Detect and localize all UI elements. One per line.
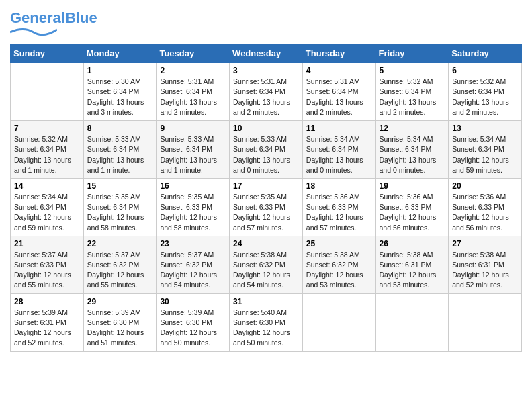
day-number: 12 (380, 124, 445, 133)
day-info: Sunrise: 5:40 AM Sunset: 6:30 PM Dayligh… (233, 308, 299, 349)
day-number: 18 (306, 181, 372, 191)
calendar-cell: 14Sunrise: 5:34 AM Sunset: 6:34 PM Dayli… (11, 178, 84, 236)
weekday-header-saturday: Saturday (449, 44, 522, 63)
day-info: Sunrise: 5:34 AM Sunset: 6:34 PM Dayligh… (306, 134, 372, 175)
day-info: Sunrise: 5:38 AM Sunset: 6:32 PM Dayligh… (306, 250, 372, 291)
day-info: Sunrise: 5:36 AM Sunset: 6:33 PM Dayligh… (452, 192, 518, 233)
calendar-cell: 8Sunrise: 5:33 AM Sunset: 6:34 PM Daylig… (83, 121, 157, 179)
calendar-header: SundayMondayTuesdayWednesdayThursdayFrid… (11, 44, 522, 63)
day-info: Sunrise: 5:35 AM Sunset: 6:33 PM Dayligh… (160, 192, 226, 233)
day-number: 19 (380, 181, 445, 191)
calendar-cell: 19Sunrise: 5:36 AM Sunset: 6:33 PM Dayli… (375, 178, 449, 236)
calendar-cell: 6Sunrise: 5:32 AM Sunset: 6:34 PM Daylig… (449, 63, 522, 121)
calendar-cell: 4Sunrise: 5:31 AM Sunset: 6:34 PM Daylig… (302, 63, 375, 121)
calendar-cell: 25Sunrise: 5:38 AM Sunset: 6:32 PM Dayli… (302, 236, 375, 293)
day-number: 6 (452, 66, 518, 75)
day-info: Sunrise: 5:33 AM Sunset: 6:34 PM Dayligh… (160, 134, 226, 175)
day-info: Sunrise: 5:33 AM Sunset: 6:34 PM Dayligh… (233, 134, 299, 175)
logo: GeneralBlue (10, 10, 97, 38)
calendar-week-1: 1Sunrise: 5:30 AM Sunset: 6:34 PM Daylig… (11, 63, 522, 121)
day-info: Sunrise: 5:34 AM Sunset: 6:34 PM Dayligh… (14, 192, 80, 233)
calendar-cell: 16Sunrise: 5:35 AM Sunset: 6:33 PM Dayli… (157, 178, 230, 236)
day-number: 10 (233, 124, 299, 133)
day-number: 8 (87, 124, 153, 133)
calendar-week-2: 7Sunrise: 5:32 AM Sunset: 6:34 PM Daylig… (11, 121, 522, 179)
weekday-header-wednesday: Wednesday (230, 44, 303, 63)
day-info: Sunrise: 5:31 AM Sunset: 6:34 PM Dayligh… (306, 77, 372, 118)
day-info: Sunrise: 5:32 AM Sunset: 6:34 PM Dayligh… (452, 77, 518, 118)
day-info: Sunrise: 5:36 AM Sunset: 6:33 PM Dayligh… (380, 192, 445, 233)
weekday-header-tuesday: Tuesday (157, 44, 230, 63)
day-info: Sunrise: 5:38 AM Sunset: 6:31 PM Dayligh… (380, 250, 445, 291)
day-info: Sunrise: 5:39 AM Sunset: 6:30 PM Dayligh… (160, 308, 226, 349)
day-number: 3 (233, 66, 299, 75)
calendar-cell: 28Sunrise: 5:39 AM Sunset: 6:31 PM Dayli… (11, 293, 84, 351)
calendar-cell: 3Sunrise: 5:31 AM Sunset: 6:34 PM Daylig… (230, 63, 303, 121)
calendar-cell: 18Sunrise: 5:36 AM Sunset: 6:33 PM Dayli… (302, 178, 375, 236)
day-number: 28 (14, 297, 80, 306)
logo-text: GeneralBlue (10, 10, 97, 26)
day-info: Sunrise: 5:39 AM Sunset: 6:30 PM Dayligh… (87, 308, 153, 349)
day-info: Sunrise: 5:36 AM Sunset: 6:33 PM Dayligh… (306, 192, 372, 233)
calendar-cell: 12Sunrise: 5:34 AM Sunset: 6:34 PM Dayli… (375, 121, 449, 179)
day-info: Sunrise: 5:30 AM Sunset: 6:34 PM Dayligh… (87, 77, 153, 118)
day-number: 27 (452, 239, 518, 248)
logo-general: General (10, 9, 65, 26)
calendar-cell (375, 293, 449, 351)
day-info: Sunrise: 5:39 AM Sunset: 6:31 PM Dayligh… (14, 308, 80, 349)
header: GeneralBlue (10, 10, 522, 38)
calendar-cell: 27Sunrise: 5:38 AM Sunset: 6:31 PM Dayli… (449, 236, 522, 293)
calendar-week-5: 28Sunrise: 5:39 AM Sunset: 6:31 PM Dayli… (11, 293, 522, 351)
day-info: Sunrise: 5:37 AM Sunset: 6:33 PM Dayligh… (14, 250, 80, 291)
day-number: 30 (160, 297, 226, 306)
calendar-cell (449, 293, 522, 351)
day-number: 23 (160, 239, 226, 248)
day-info: Sunrise: 5:38 AM Sunset: 6:32 PM Dayligh… (233, 250, 299, 291)
weekday-header-thursday: Thursday (302, 44, 375, 63)
calendar-body: 1Sunrise: 5:30 AM Sunset: 6:34 PM Daylig… (11, 63, 522, 351)
calendar-cell: 17Sunrise: 5:35 AM Sunset: 6:33 PM Dayli… (230, 178, 303, 236)
weekday-header-monday: Monday (83, 44, 157, 63)
day-number: 16 (160, 181, 226, 191)
day-number: 24 (233, 239, 299, 248)
calendar-cell: 21Sunrise: 5:37 AM Sunset: 6:33 PM Dayli… (11, 236, 84, 293)
day-info: Sunrise: 5:32 AM Sunset: 6:34 PM Dayligh… (380, 77, 445, 118)
weekday-row: SundayMondayTuesdayWednesdayThursdayFrid… (11, 44, 522, 63)
calendar-cell: 1Sunrise: 5:30 AM Sunset: 6:34 PM Daylig… (83, 63, 157, 121)
day-info: Sunrise: 5:31 AM Sunset: 6:34 PM Dayligh… (160, 77, 226, 118)
weekday-header-sunday: Sunday (11, 44, 84, 63)
day-number: 21 (14, 239, 80, 248)
calendar-cell: 5Sunrise: 5:32 AM Sunset: 6:34 PM Daylig… (375, 63, 449, 121)
day-number: 5 (380, 66, 445, 75)
calendar-week-4: 21Sunrise: 5:37 AM Sunset: 6:33 PM Dayli… (11, 236, 522, 293)
day-info: Sunrise: 5:34 AM Sunset: 6:34 PM Dayligh… (380, 134, 445, 175)
calendar-cell: 26Sunrise: 5:38 AM Sunset: 6:31 PM Dayli… (375, 236, 449, 293)
calendar-cell: 9Sunrise: 5:33 AM Sunset: 6:34 PM Daylig… (157, 121, 230, 179)
calendar-cell: 15Sunrise: 5:35 AM Sunset: 6:34 PM Dayli… (83, 178, 157, 236)
day-number: 25 (306, 239, 372, 248)
calendar-cell: 24Sunrise: 5:38 AM Sunset: 6:32 PM Dayli… (230, 236, 303, 293)
calendar-cell: 31Sunrise: 5:40 AM Sunset: 6:30 PM Dayli… (230, 293, 303, 351)
day-info: Sunrise: 5:35 AM Sunset: 6:33 PM Dayligh… (233, 192, 299, 233)
calendar-cell: 29Sunrise: 5:39 AM Sunset: 6:30 PM Dayli… (83, 293, 157, 351)
calendar-cell: 23Sunrise: 5:37 AM Sunset: 6:32 PM Dayli… (157, 236, 230, 293)
day-number: 2 (160, 66, 226, 75)
day-number: 17 (233, 181, 299, 191)
day-number: 29 (87, 297, 153, 306)
day-number: 11 (306, 124, 372, 133)
day-info: Sunrise: 5:34 AM Sunset: 6:34 PM Dayligh… (452, 134, 518, 175)
weekday-header-friday: Friday (375, 44, 449, 63)
calendar-cell: 20Sunrise: 5:36 AM Sunset: 6:33 PM Dayli… (449, 178, 522, 236)
day-info: Sunrise: 5:38 AM Sunset: 6:31 PM Dayligh… (452, 250, 518, 291)
calendar-table: SundayMondayTuesdayWednesdayThursdayFrid… (10, 44, 522, 351)
logo-icon (10, 26, 57, 38)
day-number: 15 (87, 181, 153, 191)
calendar-cell: 10Sunrise: 5:33 AM Sunset: 6:34 PM Dayli… (230, 121, 303, 179)
calendar-week-3: 14Sunrise: 5:34 AM Sunset: 6:34 PM Dayli… (11, 178, 522, 236)
calendar-cell: 22Sunrise: 5:37 AM Sunset: 6:32 PM Dayli… (83, 236, 157, 293)
day-info: Sunrise: 5:37 AM Sunset: 6:32 PM Dayligh… (160, 250, 226, 291)
day-info: Sunrise: 5:35 AM Sunset: 6:34 PM Dayligh… (87, 192, 153, 233)
day-number: 7 (14, 124, 80, 133)
day-number: 22 (87, 239, 153, 248)
logo-blue: Blue (65, 9, 97, 26)
